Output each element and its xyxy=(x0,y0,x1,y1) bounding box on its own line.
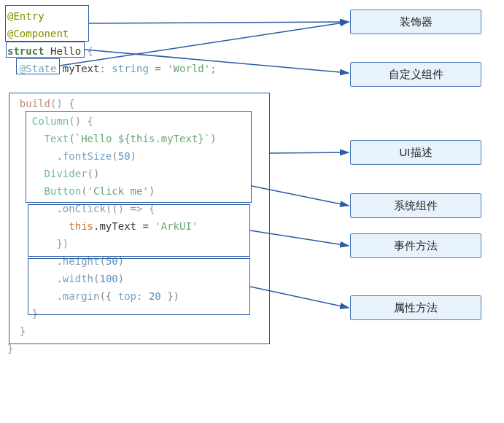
box-struct-name xyxy=(6,42,85,58)
label-ui-desc: UI描述 xyxy=(350,140,481,165)
box-onclick xyxy=(28,204,250,257)
label-attr-method: 属性方法 xyxy=(350,295,481,320)
box-decorators xyxy=(5,5,89,42)
type: string xyxy=(112,63,149,74)
label-decorator: 装饰器 xyxy=(350,9,481,34)
label-custom-component: 自定义组件 xyxy=(350,62,481,87)
label-sys-component: 系统组件 xyxy=(350,193,481,218)
box-attrs xyxy=(28,258,250,315)
svg-line-3 xyxy=(270,152,349,153)
label-event-method: 事件方法 xyxy=(350,233,481,258)
box-state-decorator xyxy=(16,58,60,74)
var-name: myText xyxy=(56,63,99,74)
box-components xyxy=(26,111,252,203)
string-literal: 'World' xyxy=(167,63,210,74)
